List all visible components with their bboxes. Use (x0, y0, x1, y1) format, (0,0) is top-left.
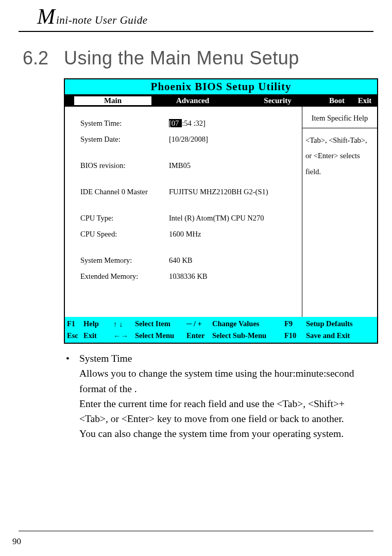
tab-security[interactable]: Security (234, 96, 321, 105)
section-title: Using the Main Menu Setup (64, 47, 299, 69)
cpu-speed-label: CPU Speed: (80, 230, 169, 239)
footer-label-help: Help (83, 319, 113, 328)
footer-label-setup-defaults: Setup Defaults (306, 319, 375, 328)
page-number: 90 (12, 536, 21, 547)
footer-label-select-sub-menu: Select Sub-Menu (212, 331, 284, 340)
bios-revision-value: IMB05 (169, 161, 191, 170)
footer-arrows-left-right-icon: ←→ (113, 332, 135, 340)
cpu-speed-value: 1600 MHz (169, 230, 201, 239)
extended-memory-value: 1038336 KB (169, 272, 208, 281)
footer-key-f9: F9 (284, 319, 306, 328)
help-body: <Tab>, <Shift-Tab>, or <Enter> selects f… (302, 128, 377, 183)
body-paragraph-1: Allows you to change the system time usi… (79, 366, 368, 396)
system-memory-value: 640 KB (169, 256, 193, 265)
footer-key-f1: F1 (67, 319, 83, 328)
footer-label-exit: Exit (83, 331, 113, 340)
footer-key-f10: F10 (284, 331, 306, 340)
extended-memory-label: Extended Memory: (80, 272, 169, 281)
body-text: • System Time Allows you to change the s… (64, 351, 368, 442)
bios-tab-bar: Main Advanced Security Boot Exit (65, 94, 377, 107)
section-number: 6.2 (21, 47, 64, 69)
bios-setup-screenshot: Phoenix BIOS Setup Utility Main Advanced… (64, 78, 378, 344)
page-header: M ini-note User Guide (19, 0, 373, 32)
body-paragraph-3: You can also change the system time from… (79, 426, 368, 441)
ide-channel-value: FUJITSU MHZ2120BH G2-(S1) (169, 188, 268, 196)
ide-channel-label: IDE Channel 0 Master (80, 188, 169, 196)
section-heading: 6.2 Using the Main Menu Setup (21, 47, 371, 69)
footer-key-enter: Enter (186, 331, 212, 340)
tab-boot[interactable]: Boot (321, 96, 352, 105)
footer-label-select-menu: Select Menu (135, 331, 186, 340)
footer-arrows-up-down-icon: ↑ ↓ (113, 320, 135, 328)
footer-label-change-values: Change Values (212, 319, 284, 328)
system-time-hour-selected[interactable]: [07 (169, 119, 182, 127)
header-title: ini-note User Guide (56, 14, 147, 27)
tab-advanced[interactable]: Advanced (151, 96, 234, 105)
header-logo-letter: M (37, 4, 55, 29)
system-memory-label: System Memory: (80, 256, 169, 265)
cpu-type-label: CPU Type: (80, 214, 169, 223)
system-time-label: System Time: (80, 119, 169, 128)
system-date-value[interactable]: [10/28/2008] (169, 135, 208, 144)
system-time-value[interactable]: [07:54 :32] (169, 119, 206, 128)
body-paragraph-2: Enter the current time for reach field a… (79, 396, 368, 427)
bios-main-panel: System Time: [07:54 :32] System Date: [1… (65, 107, 302, 317)
bullet-title: System Time (79, 351, 368, 366)
footer-rule (19, 531, 373, 531)
bios-revision-label: BIOS revision: (80, 161, 169, 170)
tab-main[interactable]: Main (74, 96, 151, 105)
cpu-type-value: Intel (R) Atom(TM) CPU N270 (169, 214, 264, 223)
tab-exit[interactable]: Exit (352, 96, 377, 105)
bios-footer: F1 Help ↑ ↓ Select Item ─ / + Change Val… (65, 317, 377, 343)
bullet-icon: • (64, 351, 79, 442)
system-date-label: System Date: (80, 135, 169, 144)
system-time-rest: :54 :32] (182, 119, 206, 127)
footer-key-esc: Esc (67, 331, 83, 340)
help-header: Item Specific Help (302, 107, 377, 128)
footer-label-select-item: Select Item (135, 319, 186, 328)
bios-title: Phoenix BIOS Setup Utility (65, 79, 377, 94)
footer-label-save-and-exit: Save and Exit (306, 331, 375, 340)
footer-key-minus-plus: ─ / + (186, 319, 212, 328)
bios-help-panel: Item Specific Help <Tab>, <Shift-Tab>, o… (302, 107, 377, 317)
